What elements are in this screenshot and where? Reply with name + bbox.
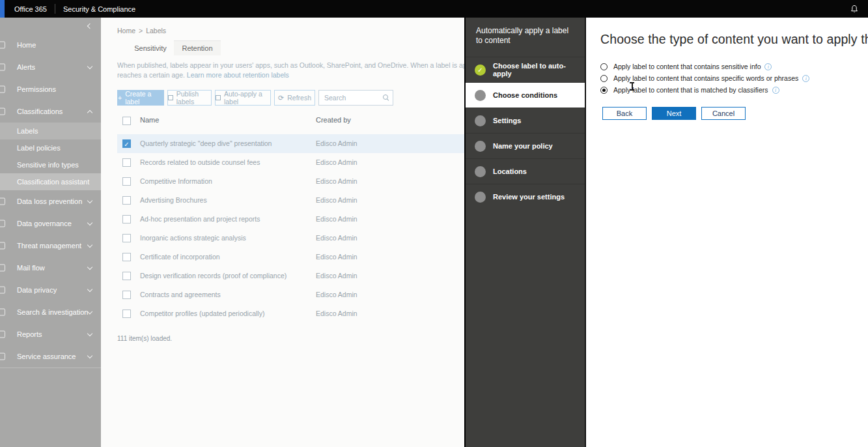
- chevron-down-icon: [87, 286, 92, 291]
- app-launcher-edge[interactable]: [0, 0, 5, 18]
- wizard-step-choose-label[interactable]: ✓ Choose label to auto-apply: [466, 57, 585, 82]
- row-checkbox[interactable]: [122, 196, 131, 205]
- next-button[interactable]: Next: [652, 107, 696, 120]
- option-words-or-phrases[interactable]: Apply label to content that contains spe…: [600, 72, 868, 84]
- sidebar-collapse-button[interactable]: [0, 18, 101, 34]
- sidebar-item-data-privacy[interactable]: Data privacy: [0, 279, 101, 301]
- cancel-button[interactable]: Cancel: [701, 107, 746, 120]
- breadcrumb-home[interactable]: Home: [117, 27, 135, 35]
- tab-retention[interactable]: Retention: [174, 41, 221, 55]
- radio-selected-icon[interactable]: [600, 87, 608, 94]
- learn-more-link[interactable]: Learn more about retention labels: [187, 71, 289, 79]
- wizard-step-locations[interactable]: Locations: [466, 158, 585, 184]
- alerts-icon: [0, 64, 5, 71]
- back-button[interactable]: Back: [602, 107, 647, 120]
- step-dot-icon: [475, 115, 486, 126]
- page-title: Choose the type of content you want to a…: [600, 32, 868, 47]
- sidebar-item-data-governance[interactable]: Data governance: [0, 212, 101, 235]
- sidebar-item-classifications[interactable]: Classifications: [0, 100, 101, 123]
- sidebar-item-search-investigation[interactable]: Search & investigation: [0, 301, 101, 323]
- tab-sensitivity[interactable]: Sensitivity: [127, 41, 174, 55]
- refresh-button[interactable]: ⟳ Refresh: [274, 90, 315, 106]
- content-type-options: Apply label to content that contains sen…: [600, 61, 868, 96]
- chevron-up-icon: [87, 109, 92, 115]
- brand-office365[interactable]: Office 365: [14, 5, 47, 13]
- sidebar-item-sensitive-info-types[interactable]: Sensitive info types: [0, 156, 101, 173]
- row-checkbox[interactable]: [122, 234, 131, 242]
- sidebar-item-reports[interactable]: Reports: [0, 323, 101, 345]
- service-assurance-icon: [0, 353, 5, 360]
- sidebar-item-permissions[interactable]: Permissions: [0, 78, 101, 100]
- step-complete-icon: ✓: [475, 65, 486, 76]
- row-checkbox[interactable]: [122, 272, 131, 280]
- chevron-down-icon: [87, 264, 92, 269]
- select-all-checkbox[interactable]: [122, 117, 131, 125]
- chevron-down-icon: [87, 308, 92, 313]
- notifications-bell-icon[interactable]: [850, 5, 859, 14]
- publish-icon: [168, 95, 173, 100]
- topbar-divider: [55, 4, 55, 14]
- sidebar-separator: [0, 368, 101, 368]
- info-icon[interactable]: i: [764, 63, 772, 70]
- app-title: Security & Compliance: [63, 5, 135, 13]
- row-checkbox[interactable]: ✓: [122, 139, 131, 148]
- reports-icon: [0, 331, 5, 338]
- column-header-created-by: Created by: [316, 116, 351, 124]
- sidebar-item-alerts[interactable]: Alerts: [0, 56, 101, 78]
- chevron-down-icon: [87, 353, 92, 358]
- option-sensitive-info[interactable]: Apply label to content that contains sen…: [600, 61, 868, 72]
- publish-labels-button[interactable]: Publish labels: [167, 90, 212, 106]
- left-navigation-sidebar: Home Alerts Permissions Classifications …: [0, 18, 101, 447]
- home-icon: [0, 42, 5, 49]
- radio-unselected-icon[interactable]: [600, 63, 608, 70]
- step-dot-icon: [475, 166, 486, 177]
- column-header-name: Name: [140, 116, 159, 124]
- sidebar-item-label-policies[interactable]: Label policies: [0, 139, 101, 156]
- row-checkbox[interactable]: [122, 291, 131, 299]
- permissions-icon: [0, 86, 5, 93]
- sidebar-item-home[interactable]: Home: [0, 34, 101, 56]
- sidebar-item-data-loss-prevention[interactable]: Data loss prevention: [0, 190, 101, 212]
- data-governance-icon: [0, 220, 5, 227]
- create-label-button[interactable]: + Create a label: [117, 90, 164, 106]
- search-box: [318, 90, 393, 106]
- app-top-bar: Office 365 Security & Compliance: [0, 0, 868, 18]
- sidebar-item-labels[interactable]: Labels: [0, 123, 101, 139]
- row-checkbox[interactable]: [122, 177, 131, 186]
- wizard-step-review-your-settings[interactable]: Review your settings: [466, 184, 585, 209]
- option-matched-by-classifiers[interactable]: Apply label to content that is matched b…: [600, 84, 868, 96]
- classifications-icon: [0, 108, 5, 115]
- wizard-step-settings[interactable]: Settings: [466, 108, 585, 133]
- sidebar-item-classification-assistant[interactable]: Classification assistant: [0, 173, 101, 190]
- step-dot-icon: [475, 141, 486, 152]
- breadcrumb-labels: Labels: [146, 27, 166, 35]
- chevron-down-icon: [87, 63, 92, 68]
- step-dot-icon: [475, 192, 486, 203]
- radio-unselected-icon[interactable]: [600, 75, 608, 82]
- sidebar-item-service-assurance[interactable]: Service assurance: [0, 345, 101, 368]
- sidebar-item-mail-flow[interactable]: Mail flow: [0, 257, 101, 279]
- search-input[interactable]: [319, 91, 393, 105]
- row-checkbox[interactable]: [122, 215, 131, 224]
- wizard-navigation-buttons: Back Next Cancel: [602, 107, 868, 120]
- wizard-step-name-your-policy[interactable]: Name your policy: [466, 133, 585, 158]
- row-checkbox[interactable]: [122, 158, 131, 167]
- auto-apply-wizard-panel: Automatically apply a label to content ✓…: [464, 18, 586, 447]
- chevron-down-icon: [87, 220, 92, 225]
- auto-apply-label-button[interactable]: Auto-apply a label: [215, 90, 271, 106]
- data-privacy-icon: [0, 287, 5, 294]
- auto-apply-icon: [216, 95, 221, 100]
- wizard-title: Automatically apply a label to content: [466, 18, 585, 57]
- sidebar-item-threat-management[interactable]: Threat management: [0, 235, 101, 257]
- data-loss-prevention-icon: [0, 198, 5, 205]
- row-checkbox[interactable]: [122, 253, 131, 261]
- wizard-step-choose-conditions[interactable]: Choose conditions: [466, 82, 585, 108]
- info-icon[interactable]: i: [772, 87, 779, 94]
- chevron-down-icon: [87, 330, 92, 336]
- info-icon[interactable]: i: [802, 75, 809, 82]
- search-investigation-icon: [0, 309, 5, 316]
- threat-management-icon: [0, 242, 5, 250]
- chevron-down-icon: [87, 197, 92, 203]
- search-icon: [383, 94, 388, 100]
- row-checkbox[interactable]: [122, 310, 131, 318]
